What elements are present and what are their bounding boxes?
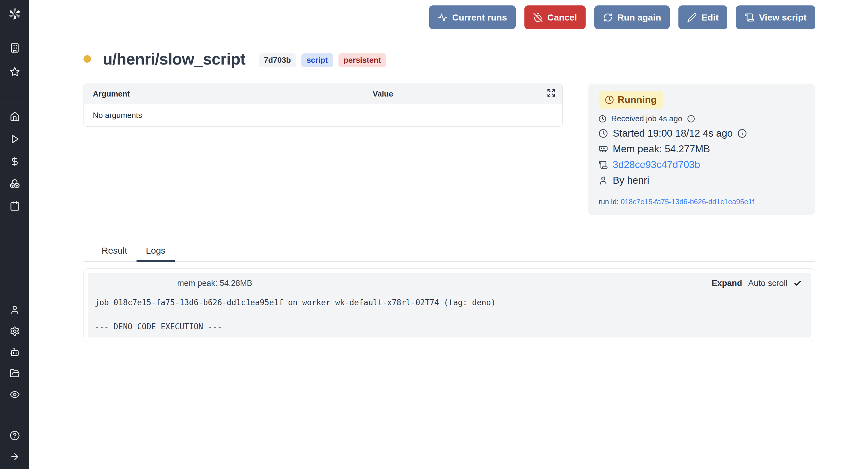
log-expand-button[interactable]: Expand — [712, 279, 742, 288]
sidebar-admin-group — [0, 299, 29, 405]
pencil-icon — [687, 13, 697, 22]
sidebar — [0, 0, 29, 469]
tab-result[interactable]: Result — [92, 245, 136, 262]
memory-icon — [598, 144, 608, 154]
title-row: u/henri/slow_script 7d703b script persis… — [84, 50, 815, 68]
cancel-label: Cancel — [547, 12, 577, 23]
triggered-by-row: By henri — [598, 175, 804, 186]
sidebar-item-help[interactable] — [0, 425, 29, 446]
refresh-icon — [603, 13, 613, 22]
argument-column-header: Argument — [84, 89, 204, 99]
sidebar-item-folders[interactable] — [0, 363, 29, 384]
run-id-row: run id: 018c7e15-fa75-13d6-b626-dd1c1ea9… — [598, 198, 804, 206]
received-text: Received job 4s ago — [611, 114, 682, 123]
run-id-link[interactable]: 018c7e15-fa75-13d6-b626-dd1c1ea95e1f — [621, 198, 754, 206]
folder-open-icon — [10, 368, 20, 379]
calendar-icon — [10, 201, 20, 211]
log-content: job 018c7e15-fa75-13d6-b626-dd1c1ea95e1f… — [88, 288, 811, 338]
sidebar-item-workers[interactable] — [0, 342, 29, 363]
table-row: No arguments — [84, 104, 562, 126]
mem-peak-row: Mem peak: 54.277MB — [598, 143, 804, 155]
no-arguments-text: No arguments — [93, 111, 142, 120]
edit-label: Edit — [701, 12, 718, 23]
arguments-table-header: Argument Value — [84, 84, 562, 104]
sidebar-workspace-group — [0, 28, 29, 97]
boxes-icon — [10, 179, 20, 189]
main-content: Current runs Cancel Run again Edit View … — [29, 0, 868, 469]
expand-icon — [547, 88, 556, 97]
sidebar-item-audit-logs[interactable] — [0, 384, 29, 405]
clock-icon — [605, 95, 614, 105]
user-icon — [598, 176, 608, 185]
sidebar-item-favorites[interactable] — [0, 60, 29, 84]
star-icon — [10, 67, 20, 77]
sidebar-bottom-group — [0, 425, 29, 469]
arguments-table: Argument Value No arguments — [84, 84, 563, 127]
auto-scroll-label[interactable]: Auto scroll — [748, 279, 787, 288]
edit-button[interactable]: Edit — [678, 5, 727, 29]
title-badges: 7d703b script persistent — [259, 53, 386, 67]
sidebar-item-home[interactable] — [0, 106, 29, 128]
auto-scroll-checkbox[interactable] — [794, 279, 802, 287]
mem-peak-text: Mem peak: 54.277MB — [613, 143, 710, 155]
kind-badge: script — [301, 53, 333, 67]
run-id-label: run id: — [598, 198, 619, 206]
log-viewer: mem peak: 54.28MB Expand Auto scroll job… — [88, 273, 811, 338]
clock-icon — [598, 129, 608, 138]
script-hash-link[interactable]: 3d28ce93c47d703b — [613, 159, 700, 170]
script-hash-row: 3d28ce93c47d703b — [598, 159, 804, 170]
robot-icon — [10, 347, 20, 357]
sidebar-item-settings[interactable] — [0, 321, 29, 342]
run-again-button[interactable]: Run again — [594, 5, 670, 29]
user-icon — [10, 305, 20, 315]
triggered-by-text: By henri — [613, 175, 649, 186]
scroll-icon — [745, 13, 754, 22]
sidebar-item-runs[interactable] — [0, 128, 29, 150]
log-mem-peak: mem peak: 54.28MB — [177, 279, 252, 288]
dollar-icon — [10, 156, 20, 167]
help-icon — [10, 430, 20, 441]
windmill-logo[interactable] — [0, 0, 29, 28]
sidebar-item-resources[interactable] — [0, 173, 29, 195]
log-header: mem peak: 54.28MB Expand Auto scroll — [88, 273, 811, 288]
hash-badge: 7d703b — [259, 53, 296, 67]
clock-icon — [598, 115, 607, 123]
sidebar-expand-toggle[interactable] — [0, 446, 29, 467]
cancel-button[interactable]: Cancel — [524, 5, 586, 29]
info-icon[interactable] — [738, 129, 747, 138]
play-icon — [10, 134, 20, 144]
view-script-button[interactable]: View script — [736, 5, 815, 29]
gear-icon — [10, 326, 20, 336]
status-dot — [84, 55, 91, 63]
started-row: Started 19:00 18/12 4s ago — [598, 127, 804, 139]
persistent-badge: persistent — [338, 53, 386, 67]
started-text: Started 19:00 18/12 4s ago — [613, 127, 733, 139]
building-icon — [10, 43, 20, 53]
sidebar-item-users[interactable] — [0, 299, 29, 321]
arrow-right-icon — [10, 451, 20, 462]
log-viewer-card: mem peak: 54.28MB Expand Auto scroll job… — [84, 268, 815, 342]
page-title: u/henri/slow_script — [103, 50, 246, 68]
running-status-label: Running — [618, 94, 657, 105]
sidebar-item-variables[interactable] — [0, 150, 29, 173]
view-script-label: View script — [759, 12, 807, 23]
action-toolbar: Current runs Cancel Run again Edit View … — [84, 5, 815, 29]
sidebar-item-workspace[interactable] — [0, 36, 29, 60]
current-runs-button[interactable]: Current runs — [429, 5, 516, 29]
tab-logs[interactable]: Logs — [136, 245, 175, 262]
sidebar-item-schedules[interactable] — [0, 195, 29, 217]
check-icon — [794, 279, 802, 287]
activity-icon — [438, 13, 447, 22]
info-icon[interactable] — [687, 115, 695, 123]
log-controls: Expand Auto scroll — [712, 279, 802, 288]
running-status-badge: Running — [598, 91, 663, 109]
job-status-panel: Running Received job 4s ago Started 19:0… — [588, 84, 815, 215]
received-row: Received job 4s ago — [598, 114, 804, 123]
current-runs-label: Current runs — [452, 12, 507, 23]
result-logs-tabs: Result Logs — [84, 245, 815, 262]
scroll-icon — [598, 160, 608, 170]
sidebar-nav-group — [0, 97, 29, 217]
windmill-logo-icon — [8, 7, 22, 21]
eye-icon — [10, 389, 20, 400]
expand-table-button[interactable] — [547, 88, 556, 98]
